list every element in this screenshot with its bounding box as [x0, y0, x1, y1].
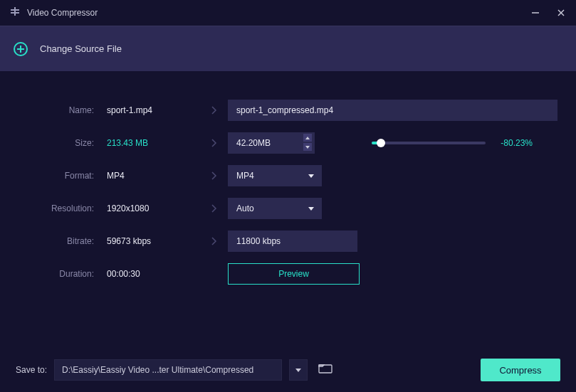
target-size-field: [228, 132, 315, 154]
duration-value: 00:00:30: [107, 269, 199, 279]
svg-marker-13: [295, 369, 301, 372]
size-slider-thumb[interactable]: [377, 139, 385, 147]
chevron-right-icon: [199, 171, 228, 181]
format-label: Format:: [19, 171, 107, 181]
format-value: MP4: [107, 171, 199, 181]
save-path-display[interactable]: D:\Eassiy\Eassiy Video ...ter Ultimate\C…: [54, 359, 282, 381]
duration-label: Duration:: [19, 269, 107, 279]
plus-circle-icon: [13, 41, 28, 57]
row-name: Name: sport-1.mp4: [19, 100, 557, 121]
resolution-label: Resolution:: [19, 203, 107, 213]
change-source-row[interactable]: Change Source File: [0, 26, 576, 71]
name-value: sport-1.mp4: [107, 105, 199, 115]
target-bitrate-input[interactable]: [228, 231, 357, 252]
save-to-label: Save to:: [16, 365, 47, 375]
save-path-dropdown-button[interactable]: [289, 359, 308, 381]
footer-bar: Save to: D:\Eassiy\Eassiy Video ...ter U…: [0, 348, 576, 392]
chevron-right-icon: [199, 236, 228, 246]
open-folder-button[interactable]: [315, 359, 336, 381]
svg-rect-2: [14, 7, 16, 16]
row-size: Size: 213.43 MB -80.23%: [19, 132, 557, 154]
size-step-up[interactable]: [303, 134, 312, 142]
save-path-text: D:\Eassiy\Eassiy Video ...ter Ultimate\C…: [62, 365, 253, 375]
bitrate-label: Bitrate:: [19, 236, 107, 246]
compress-button[interactable]: Compress: [481, 359, 560, 381]
size-slider-wrap: -80.23%: [372, 138, 557, 148]
resolution-dropdown[interactable]: Auto: [228, 198, 322, 219]
preview-button[interactable]: Preview: [228, 263, 360, 285]
svg-marker-11: [308, 174, 314, 178]
title-bar: Video Compressor: [0, 0, 576, 26]
bitrate-value: 59673 kbps: [107, 236, 199, 246]
row-format: Format: MP4 MP4: [19, 165, 557, 186]
folder-icon: [318, 363, 332, 377]
chevron-right-icon: [199, 203, 228, 213]
app-title: Video Compressor: [27, 8, 98, 18]
chevron-right-icon: [199, 138, 228, 148]
name-label: Name:: [19, 105, 107, 115]
size-label: Size:: [19, 138, 107, 148]
target-size-input[interactable]: [228, 132, 315, 154]
svg-marker-9: [305, 137, 310, 139]
size-percent: -80.23%: [494, 138, 533, 148]
app-icon: [10, 6, 20, 19]
format-dropdown[interactable]: MP4: [228, 165, 322, 186]
row-duration: Duration: 00:00:30 Preview: [19, 263, 557, 285]
output-name-input[interactable]: [228, 100, 557, 121]
change-source-label: Change Source File: [40, 43, 122, 54]
main-form: Name: sport-1.mp4 Size: 213.43 MB -80.23…: [0, 71, 576, 285]
format-selected: MP4: [236, 171, 254, 181]
minimize-button[interactable]: [530, 8, 540, 18]
chevron-right-icon: [199, 105, 228, 115]
size-slider[interactable]: [372, 142, 486, 144]
svg-marker-10: [305, 146, 310, 149]
row-resolution: Resolution: 1920x1080 Auto: [19, 198, 557, 219]
row-bitrate: Bitrate: 59673 kbps: [19, 231, 557, 252]
resolution-selected: Auto: [236, 203, 254, 213]
svg-marker-12: [308, 207, 314, 211]
size-value: 213.43 MB: [107, 138, 199, 148]
window-controls: [530, 8, 566, 18]
resolution-value: 1920x1080: [107, 203, 199, 213]
close-button[interactable]: [556, 8, 566, 18]
caret-down-icon: [308, 203, 315, 213]
size-step-down[interactable]: [303, 143, 312, 151]
title-bar-left: Video Compressor: [10, 6, 98, 19]
caret-down-icon: [308, 171, 315, 181]
